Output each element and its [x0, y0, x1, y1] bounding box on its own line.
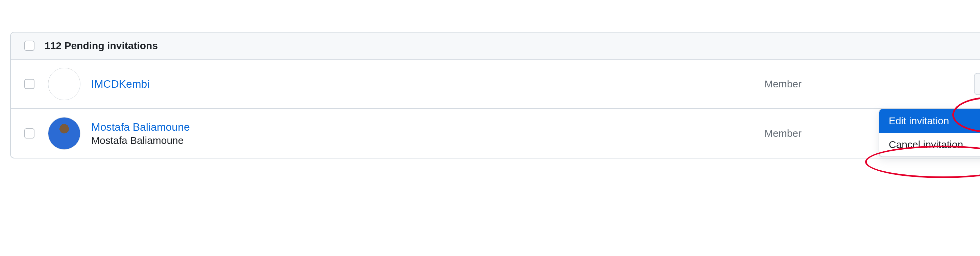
select-all-checkbox[interactable] [24, 41, 35, 51]
username-link[interactable]: Mostafa Baliamoune [91, 121, 190, 133]
row-checkbox[interactable] [24, 79, 35, 89]
invitation-row: IMCDKembi Member Edit invitation Cancel … [11, 59, 980, 109]
pending-invitations-panel: 112 Pending invitations IMCDKembi Member… [10, 32, 980, 158]
role-label: Member [764, 128, 802, 139]
dropdown-item-edit-invitation[interactable]: Edit invitation [879, 109, 980, 133]
row-settings-button[interactable] [974, 73, 980, 95]
dropdown-item-cancel-invitation[interactable]: Cancel invitation [879, 133, 980, 157]
panel-title: 112 Pending invitations [45, 40, 158, 51]
identity-block: Mostafa Baliamoune Mostafa Baliamoune [91, 121, 190, 146]
row-settings-dropdown: Edit invitation Cancel invitation [879, 108, 980, 157]
username-link[interactable]: IMCDKembi [91, 78, 150, 90]
avatar [48, 117, 80, 150]
avatar [48, 68, 80, 100]
identity-block: IMCDKembi [91, 78, 150, 90]
panel-header: 112 Pending invitations [11, 32, 980, 59]
display-name: Mostafa Baliamoune [91, 135, 190, 146]
row-checkbox[interactable] [24, 128, 35, 139]
role-label: Member [764, 78, 802, 90]
invitation-row: Mostafa Baliamoune Mostafa Baliamoune Me… [11, 109, 980, 158]
